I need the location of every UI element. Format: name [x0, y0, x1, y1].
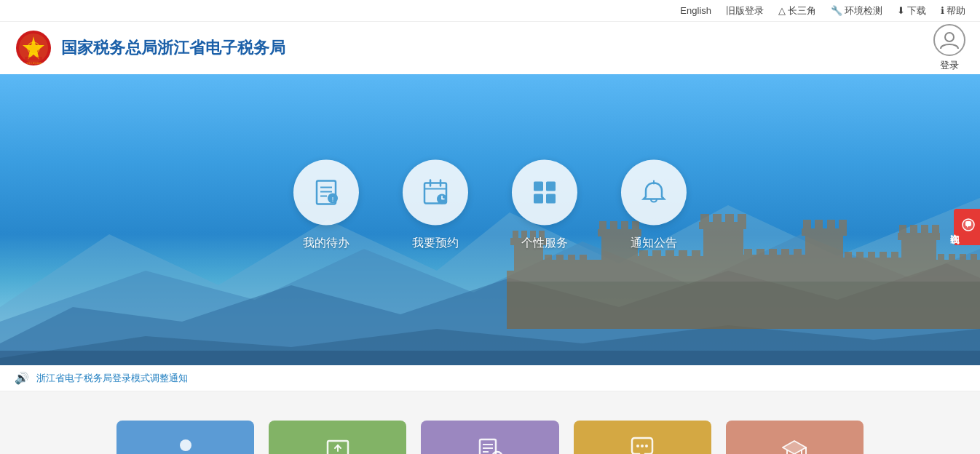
svg-rect-11 [0, 351, 980, 365]
interactive-icon [628, 435, 657, 454]
page-wrapper: English 旧版登录 △ 长三角 🔧 环境检测 ⬇ 下载 ℹ 帮助 [0, 0, 980, 454]
hero-icon-my-todo[interactable]: ! 我的待办 [293, 160, 359, 251]
svg-rect-12 [507, 271, 980, 282]
svg-rect-50 [803, 220, 811, 230]
svg-text:!: ! [332, 196, 334, 203]
svg-rect-63 [910, 225, 917, 234]
svg-rect-65 [932, 225, 939, 234]
svg-rect-46 [781, 249, 789, 256]
svg-rect-52 [827, 220, 835, 230]
triangle-icon: △ [778, 5, 786, 16]
svg-rect-58 [880, 252, 887, 259]
logo-group: 中华人民共和国 国家税务总局浙江省电子税务局 [15, 29, 285, 67]
svg-rect-68 [949, 254, 955, 260]
inquiry-icon [475, 435, 505, 454]
help-link[interactable]: ℹ 帮助 [941, 4, 965, 17]
notice-icon-circle [621, 160, 687, 226]
svg-rect-85 [534, 182, 543, 191]
user-avatar-icon[interactable] [933, 24, 965, 56]
svg-rect-88 [546, 194, 556, 204]
download-icon: ⬇ [897, 5, 905, 16]
personal-service-icon-circle [512, 160, 577, 226]
svg-point-103 [645, 445, 648, 447]
svg-rect-39 [713, 214, 722, 223]
personal-service-label: 个性服务 [521, 236, 568, 251]
announcement-text[interactable]: 浙江省电子税务局登录模式调整通知 [36, 372, 188, 385]
download-link[interactable]: ⬇ 下载 [897, 4, 926, 17]
service-card-interactive[interactable]: 互动中心 [574, 421, 711, 454]
svg-marker-71 [507, 282, 980, 329]
svg-rect-64 [921, 225, 928, 234]
login-area[interactable]: 登录 [933, 24, 965, 72]
service-card-tax-filing[interactable]: 我要办税 [269, 421, 406, 454]
svg-rect-44 [756, 249, 764, 256]
svg-marker-104 [783, 441, 806, 454]
svg-rect-54 [843, 258, 901, 271]
svg-rect-69 [960, 254, 966, 260]
svg-rect-21 [556, 255, 564, 260]
my-todo-label: 我的待办 [303, 236, 349, 251]
svg-rect-55 [845, 252, 852, 259]
svg-rect-70 [971, 254, 977, 260]
my-info-icon [171, 435, 200, 454]
service-cards-container: 我的信息 我要办税 [0, 406, 980, 454]
tax-filing-icon [323, 435, 352, 454]
svg-rect-30 [638, 256, 703, 271]
notice-label: 通知公告 [631, 236, 677, 251]
svg-text:中华人民共和国: 中华人民共和国 [26, 62, 42, 65]
service-card-inquiry[interactable]: 我要查询 [421, 421, 558, 454]
spacer [0, 391, 980, 406]
svg-rect-56 [856, 252, 864, 259]
site-emblem: 中华人民共和国 [15, 29, 52, 67]
svg-point-90 [180, 439, 191, 451]
public-service-icon [780, 435, 809, 454]
svg-rect-40 [725, 214, 734, 223]
svg-rect-66 [936, 260, 980, 271]
appointment-icon-circle [403, 160, 468, 226]
english-link[interactable]: English [680, 5, 711, 16]
svg-rect-47 [794, 249, 802, 256]
hero-banner: ! 我的待办 我要预约 [0, 74, 980, 365]
svg-rect-86 [546, 182, 556, 191]
svg-rect-20 [545, 255, 552, 260]
hero-icons-container: ! 我的待办 我要预约 [293, 160, 687, 251]
svg-rect-41 [738, 214, 746, 223]
svg-rect-34 [679, 250, 687, 258]
svg-rect-35 [692, 250, 700, 258]
svg-rect-19 [543, 260, 601, 271]
svg-rect-43 [744, 249, 752, 256]
svg-rect-33 [665, 250, 674, 258]
env-check-link[interactable]: 🔧 环境检测 [831, 4, 882, 17]
svg-rect-53 [839, 220, 847, 230]
online-consult-button[interactable]: 在线咨询 [954, 209, 980, 245]
svg-rect-32 [652, 250, 661, 258]
svg-rect-38 [700, 214, 709, 223]
my-todo-icon-circle: ! [293, 160, 359, 226]
hero-icon-personal-service[interactable]: 个性服务 [512, 160, 577, 251]
svg-rect-59 [891, 252, 898, 259]
appointment-label: 我要预约 [412, 236, 459, 251]
old-version-link[interactable]: 旧版登录 [726, 4, 764, 17]
svg-rect-42 [743, 255, 805, 271]
service-card-my-info[interactable]: 我的信息 [116, 421, 254, 454]
svg-rect-48 [805, 233, 843, 271]
svg-rect-22 [568, 255, 575, 260]
env-icon: 🔧 [831, 5, 842, 16]
top-strip: English 旧版登录 △ 长三角 🔧 环境检测 ⬇ 下载 ℹ 帮助 [0, 0, 980, 22]
announcement-icon: 🔊 [15, 371, 29, 385]
site-title: 国家税务总局浙江省电子税务局 [61, 40, 285, 56]
svg-point-102 [641, 445, 644, 447]
announcement-bar: 🔊 浙江省电子税务局登录模式调整通知 [0, 365, 980, 391]
svg-rect-4 [25, 57, 42, 60]
triangle-link[interactable]: △ 长三角 [778, 4, 816, 17]
svg-rect-36 [703, 227, 743, 271]
svg-rect-57 [868, 252, 875, 259]
hero-icon-appointment[interactable]: 我要预约 [403, 160, 468, 251]
service-card-public[interactable]: 公众服务 [726, 421, 864, 454]
hero-icon-notice[interactable]: 通知公告 [621, 160, 687, 251]
login-button[interactable]: 登录 [940, 59, 959, 72]
svg-point-101 [636, 445, 639, 447]
svg-rect-23 [580, 255, 587, 260]
header: 中华人民共和国 国家税务总局浙江省电子税务局 登录 [0, 22, 980, 74]
svg-rect-62 [899, 225, 906, 234]
